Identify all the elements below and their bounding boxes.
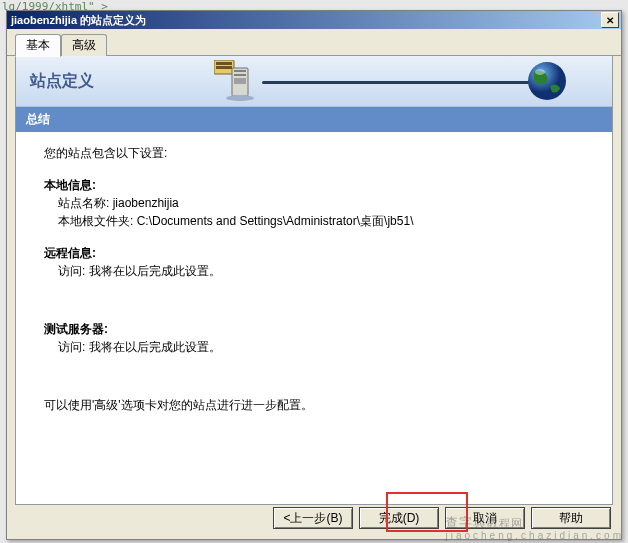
svg-rect-6 xyxy=(234,78,246,84)
globe-icon xyxy=(526,60,568,105)
intro-text: 您的站点包含以下设置: xyxy=(44,144,584,162)
svg-rect-1 xyxy=(216,62,232,65)
titlebar-text: jiaobenzhijia 的站点定义为 xyxy=(11,13,146,28)
svg-rect-2 xyxy=(216,66,232,69)
panel-basic: 站点定义 xyxy=(15,56,613,505)
root-folder-label: 本地根文件夹: xyxy=(58,214,133,228)
test-server-title: 测试服务器: xyxy=(44,320,584,338)
local-info-title: 本地信息: xyxy=(44,176,584,194)
svg-point-8 xyxy=(528,62,566,100)
header-graphic xyxy=(114,56,598,106)
site-name-value: jiaobenzhijia xyxy=(113,196,179,210)
remote-access-label: 访问: xyxy=(58,264,85,278)
remote-access-value: 我将在以后完成此设置。 xyxy=(89,264,221,278)
site-name-row: 站点名称: jiaobenzhijia xyxy=(44,194,584,212)
svg-rect-5 xyxy=(234,74,246,76)
root-folder-row: 本地根文件夹: C:\Documents and Settings\Admini… xyxy=(44,212,584,230)
tab-advanced[interactable]: 高级 xyxy=(61,34,107,56)
header-banner: 站点定义 xyxy=(16,56,612,107)
help-button[interactable]: 帮助 xyxy=(531,507,611,529)
svg-point-9 xyxy=(535,69,545,75)
site-definition-dialog: jiaobenzhijia 的站点定义为 ✕ 基本 高级 站点定义 xyxy=(6,10,622,540)
site-name-label: 站点名称: xyxy=(58,196,109,210)
test-access-row: 访问: 我将在以后完成此设置。 xyxy=(44,338,584,356)
cancel-button[interactable]: 取消 xyxy=(445,507,525,529)
back-button[interactable]: <上一步(B) xyxy=(273,507,353,529)
test-access-label: 访问: xyxy=(58,340,85,354)
svg-rect-4 xyxy=(234,70,246,72)
button-row: <上一步(B) 完成(D) 取消 帮助 xyxy=(273,507,611,529)
header-title: 站点定义 xyxy=(30,71,94,92)
content-area: 您的站点包含以下设置: 本地信息: 站点名称: jiaobenzhijia 本地… xyxy=(16,132,612,426)
svg-point-7 xyxy=(226,95,254,101)
server-icon xyxy=(214,60,262,107)
tab-row: 基本 高级 xyxy=(7,29,621,56)
close-button[interactable]: ✕ xyxy=(601,12,619,28)
finish-button[interactable]: 完成(D) xyxy=(359,507,439,529)
advanced-note: 可以使用'高级'选项卡对您的站点进行进一步配置。 xyxy=(44,396,584,414)
remote-access-row: 访问: 我将在以后完成此设置。 xyxy=(44,262,584,280)
section-bar-summary: 总结 xyxy=(16,107,612,132)
tab-basic[interactable]: 基本 xyxy=(15,34,61,57)
cable-graphic xyxy=(262,81,532,84)
test-access-value: 我将在以后完成此设置。 xyxy=(89,340,221,354)
remote-info-title: 远程信息: xyxy=(44,244,584,262)
titlebar: jiaobenzhijia 的站点定义为 ✕ xyxy=(7,11,621,29)
root-folder-value: C:\Documents and Settings\Administrator\… xyxy=(137,214,414,228)
